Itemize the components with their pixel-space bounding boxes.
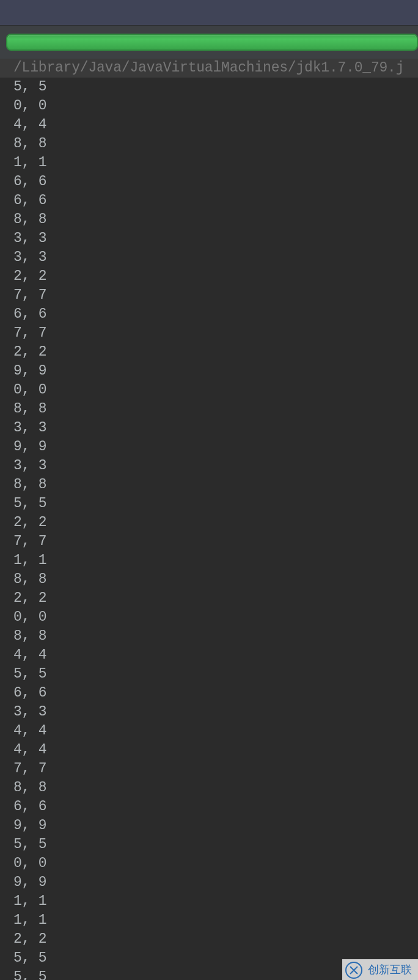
- output-line: 4, 4: [0, 722, 418, 740]
- output-line: 6, 6: [0, 172, 418, 191]
- run-command-path: /Library/Java/JavaVirtualMachines/jdk1.7…: [0, 59, 418, 78]
- output-line: 4, 4: [0, 740, 418, 759]
- output-line: 8, 8: [0, 210, 418, 229]
- output-line: 8, 8: [0, 627, 418, 646]
- output-line: 8, 8: [0, 475, 418, 494]
- watermark-logo-icon: [345, 961, 363, 979]
- output-line: 6, 6: [0, 305, 418, 324]
- output-line: 5, 5: [0, 494, 418, 513]
- title-bar: [0, 0, 418, 26]
- output-line: 8, 8: [0, 134, 418, 153]
- output-line: 7, 7: [0, 324, 418, 343]
- output-line: 8, 8: [0, 400, 418, 419]
- output-line: 9, 9: [0, 362, 418, 381]
- output-line: 5, 5: [0, 665, 418, 684]
- output-line: 3, 3: [0, 703, 418, 722]
- output-line: 1, 1: [0, 551, 418, 570]
- output-line: 6, 6: [0, 191, 418, 210]
- output-line: 1, 1: [0, 892, 418, 911]
- output-line: 0, 0: [0, 608, 418, 627]
- output-line: 2, 2: [0, 589, 418, 608]
- output-line: 7, 7: [0, 759, 418, 778]
- output-line: 9, 9: [0, 873, 418, 892]
- output-line: 5, 5: [0, 835, 418, 854]
- progress-container: [0, 26, 418, 59]
- output-line: 8, 8: [0, 570, 418, 589]
- output-line: 4, 4: [0, 646, 418, 665]
- output-line: 0, 0: [0, 381, 418, 400]
- output-line: 3, 3: [0, 456, 418, 475]
- output-line: 2, 2: [0, 930, 418, 949]
- output-line: 2, 2: [0, 513, 418, 532]
- output-line: 3, 3: [0, 248, 418, 267]
- output-line: 5, 5: [0, 78, 418, 97]
- progress-bar[interactable]: [6, 34, 418, 51]
- output-line: 4, 4: [0, 115, 418, 134]
- output-line: 1, 1: [0, 911, 418, 930]
- output-line: 1, 1: [0, 153, 418, 172]
- output-line: 6, 6: [0, 684, 418, 703]
- watermark-text: 创新互联: [368, 962, 412, 977]
- output-line: 2, 2: [0, 343, 418, 362]
- output-line: 0, 0: [0, 97, 418, 115]
- output-line: 6, 6: [0, 797, 418, 816]
- output-line: 2, 2: [0, 267, 418, 286]
- watermark: 创新互联: [342, 959, 418, 980]
- output-line: 9, 9: [0, 437, 418, 456]
- output-line: 0, 0: [0, 854, 418, 873]
- output-line: 8, 8: [0, 778, 418, 797]
- output-line: 7, 7: [0, 286, 418, 305]
- output-line: 3, 3: [0, 419, 418, 437]
- console-output: /Library/Java/JavaVirtualMachines/jdk1.7…: [0, 59, 418, 980]
- output-line: 9, 9: [0, 816, 418, 835]
- output-line: 7, 7: [0, 532, 418, 551]
- output-line: 3, 3: [0, 229, 418, 248]
